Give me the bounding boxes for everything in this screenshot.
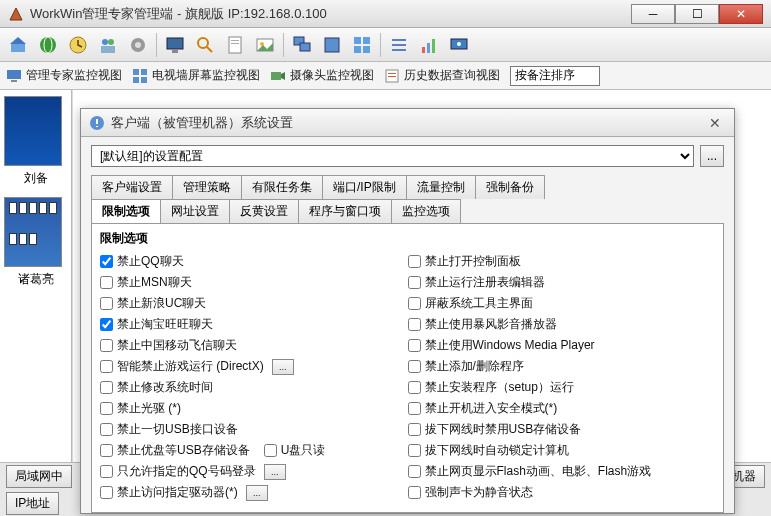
left-option-5: 智能禁止游戏运行 (DirectX)... — [100, 356, 408, 377]
maximize-button[interactable]: ☐ — [675, 4, 719, 24]
checkbox-right-0[interactable] — [408, 255, 421, 268]
view-camera[interactable]: 摄像头监控视图 — [270, 67, 374, 84]
checkbox-right-2[interactable] — [408, 297, 421, 310]
svg-point-11 — [198, 38, 208, 48]
dialog-icon — [89, 115, 105, 131]
toolbar-btn-monitor[interactable] — [163, 33, 187, 57]
history-icon — [384, 68, 400, 84]
checkbox-left-7[interactable] — [100, 402, 113, 415]
toolbar-btn-chart[interactable] — [417, 33, 441, 57]
tab-port-ip-limit[interactable]: 端口/IP限制 — [322, 175, 407, 199]
checkbox-right-5[interactable] — [408, 360, 421, 373]
toolbar-btn-remote[interactable] — [447, 33, 471, 57]
left-option-2: 禁止新浪UC聊天 — [100, 293, 408, 314]
toolbar-btn-image[interactable] — [253, 33, 277, 57]
toolbar-btn-search[interactable] — [193, 33, 217, 57]
checkbox-left-2[interactable] — [100, 297, 113, 310]
tab-anti-porn[interactable]: 反黄设置 — [229, 199, 299, 223]
svg-rect-36 — [133, 77, 139, 83]
toolbar-btn-globe[interactable] — [36, 33, 60, 57]
tab-program-window[interactable]: 程序与窗口项 — [298, 199, 392, 223]
close-button[interactable]: ✕ — [719, 4, 763, 24]
svg-rect-25 — [392, 44, 406, 46]
tabs-row-2: 限制选项 网址设置 反黄设置 程序与窗口项 监控选项 — [91, 199, 724, 223]
checkbox-right-11[interactable] — [408, 486, 421, 499]
checkbox-left-10[interactable] — [100, 465, 113, 478]
checkbox-right-4[interactable] — [408, 339, 421, 352]
option-label: 禁止一切USB接口设备 — [117, 421, 238, 438]
app-icon — [8, 6, 24, 22]
toolbar-btn-gear[interactable] — [126, 33, 150, 57]
toolbar-btn-windows[interactable] — [290, 33, 314, 57]
view-tvwall[interactable]: 电视墙屏幕监控视图 — [132, 67, 260, 84]
checkbox-right-6[interactable] — [408, 381, 421, 394]
checkbox-right-3[interactable] — [408, 318, 421, 331]
restriction-panel: 限制选项 禁止QQ聊天禁止MSN聊天禁止新浪UC聊天禁止淘宝旺旺聊天禁止中国移动… — [91, 223, 724, 513]
dialog-close-button[interactable]: ✕ — [704, 114, 726, 132]
right-option-5: 禁止添加/删除程序 — [408, 356, 716, 377]
svg-rect-28 — [427, 43, 430, 53]
svg-rect-18 — [300, 43, 310, 51]
checkbox-left-9[interactable] — [100, 444, 113, 457]
checkbox-left-3[interactable] — [100, 318, 113, 331]
client-thumb-1[interactable] — [4, 96, 62, 166]
tab-limited-tasks[interactable]: 有限任务集 — [241, 175, 323, 199]
left-option-8: 禁止一切USB接口设备 — [100, 419, 408, 440]
svg-rect-41 — [388, 76, 396, 77]
checkbox-left-4[interactable] — [100, 339, 113, 352]
tab-traffic-control[interactable]: 流量控制 — [406, 175, 476, 199]
option-config-button[interactable]: ... — [246, 485, 268, 501]
checkbox-left-0[interactable] — [100, 255, 113, 268]
toolbar-btn-grid[interactable] — [350, 33, 374, 57]
checkbox-left-6[interactable] — [100, 381, 113, 394]
checkbox-left-1[interactable] — [100, 276, 113, 289]
option-label: 禁止开机进入安全模式(*) — [425, 400, 558, 417]
svg-rect-12 — [229, 37, 241, 53]
toolbar-btn-clock[interactable] — [66, 33, 90, 57]
toolbar-btn-doc[interactable] — [223, 33, 247, 57]
svg-rect-37 — [141, 77, 147, 83]
sub-checkbox[interactable] — [264, 444, 277, 457]
config-browse-button[interactable]: ... — [700, 145, 724, 167]
viewbar: 管理专家监控视图 电视墙屏幕监控视图 摄像头监控视图 历史数据查询视图 — [0, 62, 771, 90]
svg-rect-35 — [141, 69, 147, 75]
svg-rect-0 — [11, 43, 25, 52]
tab-url-settings[interactable]: 网址设置 — [160, 199, 230, 223]
toolbar-btn-home[interactable] — [6, 33, 30, 57]
right-option-7: 禁止开机进入安全模式(*) — [408, 398, 716, 419]
tab-restriction-options[interactable]: 限制选项 — [91, 199, 161, 223]
checkbox-right-10[interactable] — [408, 465, 421, 478]
view-monitor[interactable]: 管理专家监控视图 — [6, 67, 122, 84]
option-config-button[interactable]: ... — [272, 359, 294, 375]
svg-rect-24 — [392, 39, 406, 41]
right-option-6: 禁止安装程序（setup）运行 — [408, 377, 716, 398]
btn-ip[interactable]: IP地址 — [6, 492, 59, 515]
tab-monitor-options[interactable]: 监控选项 — [391, 199, 461, 223]
toolbar-btn-list[interactable] — [387, 33, 411, 57]
checkbox-right-1[interactable] — [408, 276, 421, 289]
toolbar-btn-window2[interactable] — [320, 33, 344, 57]
view-history[interactable]: 历史数据查询视图 — [384, 67, 500, 84]
toolbar-btn-users[interactable] — [96, 33, 120, 57]
checkbox-right-9[interactable] — [408, 444, 421, 457]
option-label: 禁止使用Windows Media Player — [425, 337, 595, 354]
checkbox-left-5[interactable] — [100, 360, 113, 373]
option-label: 禁止中国移动飞信聊天 — [117, 337, 237, 354]
checkbox-left-11[interactable] — [100, 486, 113, 499]
config-group-select[interactable]: [默认组]的设置配置 — [91, 145, 694, 167]
checkbox-right-8[interactable] — [408, 423, 421, 436]
tab-force-backup[interactable]: 强制备份 — [475, 175, 545, 199]
checkbox-right-7[interactable] — [408, 402, 421, 415]
btn-lan[interactable]: 局域网中 — [6, 465, 72, 488]
client-thumb-2[interactable] — [4, 197, 62, 267]
sort-select[interactable] — [510, 66, 600, 86]
checkbox-left-8[interactable] — [100, 423, 113, 436]
option-config-button[interactable]: ... — [264, 464, 286, 480]
svg-rect-9 — [167, 38, 183, 49]
sub-option-label: U盘只读 — [281, 442, 326, 459]
tab-management-policy[interactable]: 管理策略 — [172, 175, 242, 199]
tab-client-settings[interactable]: 客户端设置 — [91, 175, 173, 199]
svg-rect-14 — [231, 43, 239, 44]
minimize-button[interactable]: ─ — [631, 4, 675, 24]
left-option-9: 禁止优盘等USB存储设备U盘只读 — [100, 440, 408, 461]
